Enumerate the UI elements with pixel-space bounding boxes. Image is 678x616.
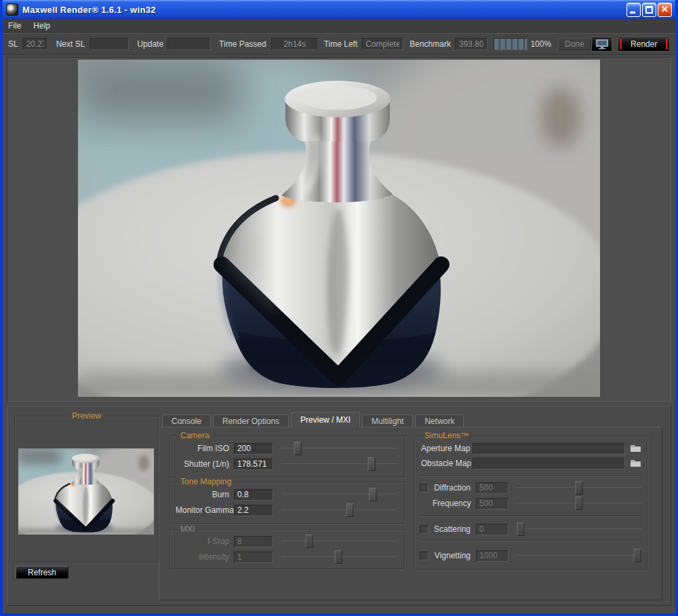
f-stop-slider	[281, 535, 397, 548]
render-viewport	[7, 57, 671, 402]
rendered-image	[78, 60, 600, 397]
tab-network[interactable]: Network	[415, 415, 464, 427]
monitor-gamma-label: Monitor Gamma	[176, 505, 234, 515]
shutter-slider-handle[interactable]	[368, 457, 376, 471]
done-button[interactable]: Done	[558, 38, 591, 50]
window-controls: ✕	[626, 3, 672, 17]
frequency-label: Frequency	[433, 499, 476, 508]
f-stop-slider-track	[281, 541, 397, 541]
intensity-label: Intensity	[176, 552, 234, 562]
tone-mapping-group-title: Tone Mapping	[177, 477, 235, 486]
simulens-separator	[420, 540, 641, 541]
menu-bar: File Help	[3, 19, 675, 33]
film-iso-input[interactable]	[234, 443, 273, 455]
vignetting-slider-handle[interactable]	[634, 549, 641, 562]
monitor-gamma-slider-handle[interactable]	[346, 503, 353, 517]
close-button[interactable]: ✕	[658, 3, 672, 17]
aperture-map-input[interactable]	[473, 443, 625, 455]
monitor-gamma-input[interactable]	[234, 505, 273, 516]
f-stop-slider-handle	[306, 535, 313, 548]
title-bar: Maxwell Render® 1.6.1 - win32 ✕	[3, 0, 675, 19]
maximize-button[interactable]	[642, 3, 656, 17]
diffraction-slider-handle[interactable]	[576, 481, 583, 495]
tab-multilight[interactable]: Multilight	[362, 415, 413, 427]
shutter-input[interactable]	[234, 459, 273, 470]
intensity-slider	[281, 550, 397, 564]
frequency-slider-handle[interactable]	[576, 497, 583, 510]
burn-input[interactable]	[234, 489, 273, 501]
preview-mxi-panel: Camera Film ISO Shutter (1/n)	[159, 427, 662, 600]
diffraction-label: Diffraction	[433, 483, 476, 493]
tab-console[interactable]: Console	[162, 415, 211, 427]
vignetting-checkbox[interactable]	[420, 552, 428, 560]
folder-icon	[630, 459, 641, 467]
display-button[interactable]	[591, 37, 613, 52]
diffraction-slider	[517, 481, 641, 495]
simulens-separator	[420, 476, 641, 477]
film-iso-slider-handle[interactable]	[294, 442, 301, 455]
preview-thumbnail	[18, 448, 154, 535]
scattering-input[interactable]	[476, 524, 509, 535]
scattering-slider-track	[517, 528, 641, 529]
scattering-checkbox[interactable]	[420, 525, 428, 534]
menu-file[interactable]: File	[8, 21, 21, 31]
render-toolbar: SL Next SL Update Time Passed Time Left …	[3, 33, 675, 55]
update-label: Update	[137, 39, 163, 49]
vignetting-slider	[517, 549, 641, 562]
vignetting-slider-track	[517, 555, 641, 556]
progress-percent: 100%	[530, 39, 551, 49]
shutter-label: Shutter (1/n)	[176, 459, 234, 469]
frequency-input[interactable]	[476, 498, 509, 509]
obstacle-map-browse-button[interactable]	[629, 459, 641, 469]
shutter-slider-track	[281, 463, 397, 464]
monitor-icon	[595, 39, 609, 50]
vignetting-input[interactable]	[476, 550, 509, 562]
scattering-slider-handle[interactable]	[517, 522, 524, 536]
time-left-field[interactable]	[361, 38, 403, 50]
aperture-map-browse-button[interactable]	[629, 444, 641, 454]
minimize-button[interactable]	[626, 3, 641, 17]
app-icon	[6, 3, 18, 16]
tab-bar: Console Render Options Preview / MXI Mul…	[162, 412, 464, 427]
burn-slider-handle[interactable]	[370, 488, 377, 501]
time-passed-field[interactable]	[271, 38, 319, 50]
tab-render-options[interactable]: Render Options	[213, 415, 289, 427]
benchmark-label: Benchmark	[410, 39, 451, 49]
tab-preview-mxi[interactable]: Preview / MXI	[291, 412, 360, 427]
time-passed-label: Time Passed	[219, 39, 266, 49]
burn-slider	[281, 488, 397, 501]
preview-group: Preview	[14, 416, 159, 562]
mxi-group-title: MXI	[177, 524, 198, 534]
burn-label: Burn	[176, 490, 234, 499]
sl-label: SL	[8, 39, 18, 49]
vignetting-label: Vignetting	[433, 551, 476, 560]
refresh-button[interactable]: Refresh	[16, 566, 68, 579]
diffraction-input[interactable]	[476, 482, 509, 494]
folder-icon	[630, 444, 641, 453]
shutter-slider	[281, 457, 397, 471]
diffraction-checkbox[interactable]	[420, 484, 428, 493]
simulens-group: SimuLens™ Aperture Map Obstacle Map	[414, 436, 647, 570]
update-field[interactable]	[167, 38, 211, 50]
benchmark-field[interactable]	[455, 38, 487, 50]
preview-group-title: Preview	[68, 411, 104, 421]
f-stop-input[interactable]	[234, 536, 273, 547]
camera-group: Camera Film ISO Shutter (1/n)	[170, 436, 405, 478]
minimize-icon	[630, 12, 635, 14]
burn-slider-track	[281, 494, 397, 495]
time-left-label: Time Left	[324, 39, 358, 49]
menu-help[interactable]: Help	[33, 21, 50, 31]
aperture-map-label: Aperture Map	[420, 444, 473, 453]
render-button[interactable]: Render	[618, 37, 670, 52]
sl-value-field[interactable]	[22, 38, 48, 50]
next-sl-field[interactable]	[89, 38, 129, 50]
intensity-slider-handle	[334, 550, 342, 564]
camera-group-title: Camera	[177, 431, 213, 440]
close-icon: ✕	[658, 4, 671, 14]
monitor-gamma-slider	[281, 503, 397, 517]
bottom-panel: Preview Refresh Console Render Options P…	[7, 406, 671, 606]
obstacle-map-input[interactable]	[473, 458, 625, 469]
simulens-group-title: SimuLens™	[421, 431, 472, 440]
intensity-input[interactable]	[234, 552, 273, 563]
app-window: Maxwell Render® 1.6.1 - win32 ✕ File Hel…	[0, 0, 678, 616]
